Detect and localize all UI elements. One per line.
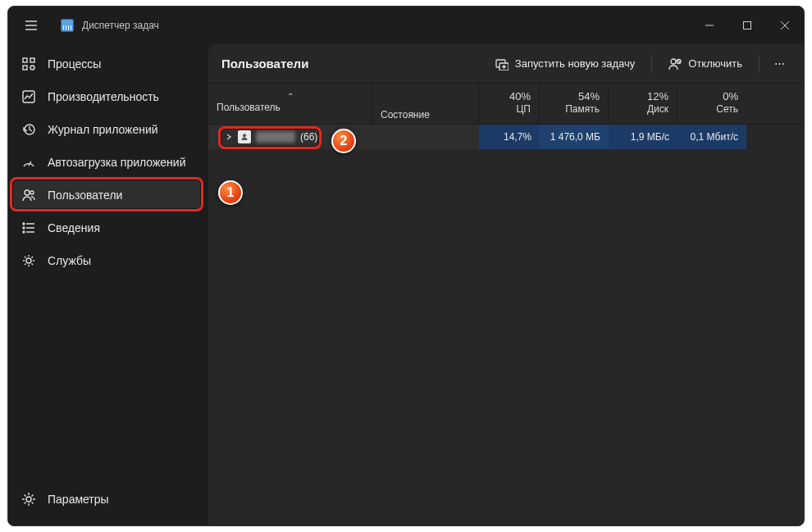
nav-label: Сведения xyxy=(48,221,100,234)
cell-state xyxy=(372,125,479,149)
close-button[interactable] xyxy=(766,9,804,42)
svg-point-31 xyxy=(243,134,246,137)
grid-icon xyxy=(21,57,36,71)
run-new-task-button[interactable]: Запустить новую задачу xyxy=(486,50,645,78)
username-redacted xyxy=(256,131,295,143)
settings-icon xyxy=(21,492,36,507)
svg-point-21 xyxy=(23,231,25,233)
cell-memory: 1 476,0 МБ xyxy=(540,125,609,149)
more-button[interactable]: ⋯ xyxy=(766,50,794,78)
col-pct: 0% xyxy=(723,90,738,102)
page-title: Пользователи xyxy=(218,57,308,70)
run-task-icon xyxy=(495,57,509,70)
svg-point-23 xyxy=(26,497,31,502)
svg-point-10 xyxy=(30,66,34,70)
cell-disk: 1,9 МБ/с xyxy=(609,125,677,149)
gear-icon xyxy=(21,253,36,268)
col-label: Пользователь xyxy=(217,102,281,113)
minimize-button[interactable] xyxy=(691,9,728,42)
nav-settings[interactable]: Параметры xyxy=(13,484,203,514)
svg-rect-7 xyxy=(23,58,27,62)
col-label: Память xyxy=(565,103,600,115)
chevron-right-icon[interactable] xyxy=(225,133,233,141)
nav-processes[interactable]: Процессы xyxy=(13,49,203,79)
nav-label: Журнал приложений xyxy=(48,123,158,136)
svg-point-22 xyxy=(26,258,31,263)
svg-rect-8 xyxy=(30,58,34,62)
ellipsis-icon: ⋯ xyxy=(774,57,787,70)
main-panel: Пользователи Запустить новую задачу Откл… xyxy=(208,44,804,525)
col-label: Состояние xyxy=(381,109,430,120)
col-pct: 12% xyxy=(647,90,668,102)
user-suffix: (66) xyxy=(300,131,317,143)
svg-point-28 xyxy=(671,59,676,64)
users-table: ⌃ Пользователь Состояние 40% ЦП 54% Памя… xyxy=(208,84,804,525)
app-icon xyxy=(61,19,74,32)
nav-users[interactable]: Пользователи xyxy=(13,180,203,210)
svg-rect-4 xyxy=(744,22,751,30)
col-user[interactable]: ⌃ Пользователь xyxy=(208,84,372,124)
disconnect-button[interactable]: Отключить xyxy=(659,50,752,78)
chart-icon xyxy=(21,89,36,104)
app-title: Диспетчер задач xyxy=(82,20,159,31)
col-memory[interactable]: 54% Память xyxy=(540,84,609,124)
gauge-icon xyxy=(21,155,36,170)
col-pct: 40% xyxy=(509,90,531,102)
list-icon xyxy=(21,221,36,235)
window-controls xyxy=(691,9,804,42)
toolbar: Пользователи Запустить новую задачу Откл… xyxy=(208,44,804,84)
maximize-button[interactable] xyxy=(728,9,766,42)
task-manager-window: Диспетчер задач Процессы Производительно… xyxy=(7,6,805,526)
col-state[interactable]: Состояние xyxy=(372,84,479,124)
cell-cpu: 14,7% xyxy=(479,125,540,149)
cell-network: 0,1 Мбит/с xyxy=(677,125,746,149)
nav-services[interactable]: Службы xyxy=(13,246,203,275)
nav-label: Процессы xyxy=(48,57,101,70)
nav-apphistory[interactable]: Журнал приложений xyxy=(13,115,203,144)
menu-button[interactable] xyxy=(16,11,46,40)
col-label: ЦП xyxy=(516,103,531,115)
nav-label: Службы xyxy=(48,254,91,267)
svg-rect-9 xyxy=(23,66,27,70)
svg-point-14 xyxy=(25,190,30,195)
nav-startup[interactable]: Автозагрузка приложений xyxy=(13,148,203,177)
nav-label: Параметры xyxy=(48,493,109,506)
col-cpu[interactable]: 40% ЦП xyxy=(479,84,540,124)
user-avatar-icon xyxy=(238,130,251,143)
nav-label: Автозагрузка приложений xyxy=(48,156,186,169)
sort-caret-icon: ⌃ xyxy=(287,92,294,101)
col-pct: 54% xyxy=(578,90,600,102)
button-label: Запустить новую задачу xyxy=(515,57,635,70)
col-label: Сеть xyxy=(716,103,738,115)
svg-point-15 xyxy=(30,191,34,194)
button-label: Отключить xyxy=(688,57,742,70)
sidebar: Процессы Производительность Журнал прило… xyxy=(8,44,208,525)
user-row[interactable]: (66) 14,7% 1 476,0 МБ 1,9 МБ/с 0,1 Мбит/… xyxy=(208,125,804,149)
nav-label: Производительность xyxy=(48,90,159,103)
table-header: ⌃ Пользователь Состояние 40% ЦП 54% Памя… xyxy=(208,84,804,125)
svg-point-19 xyxy=(23,223,25,225)
users-icon xyxy=(21,188,36,202)
col-network[interactable]: 0% Сеть xyxy=(677,84,746,124)
nav-performance[interactable]: Производительность xyxy=(13,82,203,111)
divider xyxy=(759,55,760,73)
cell-user: (66) xyxy=(208,125,372,149)
history-icon xyxy=(21,122,36,137)
nav-label: Пользователи xyxy=(48,189,122,202)
disconnect-icon xyxy=(668,57,682,70)
nav-details[interactable]: Сведения xyxy=(13,213,203,243)
svg-point-20 xyxy=(23,227,25,229)
titlebar: Диспетчер задач xyxy=(8,7,804,44)
col-disk[interactable]: 12% Диск xyxy=(609,84,677,124)
col-label: Диск xyxy=(647,103,668,115)
divider xyxy=(651,55,652,73)
